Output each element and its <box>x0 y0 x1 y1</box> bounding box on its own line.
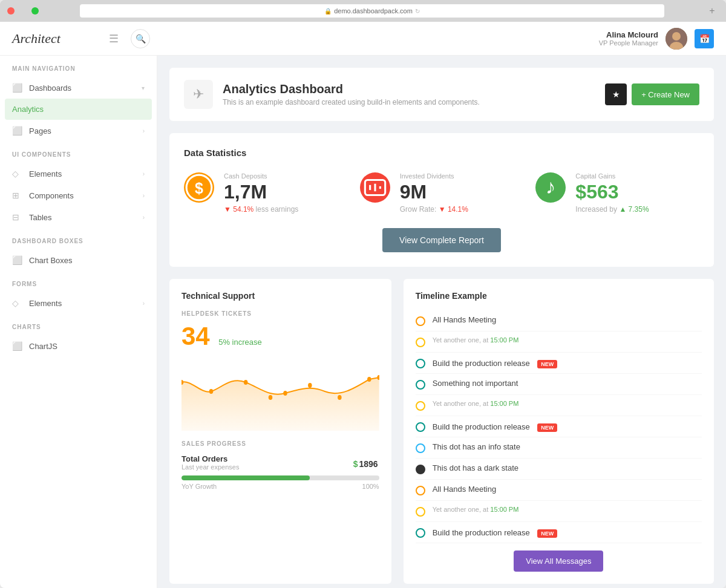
cash-footer: ▼ 54.1% less earnings <box>224 205 298 214</box>
timeline-item-2: Yet another one, at 15:00 PM <box>416 332 702 353</box>
sidebar-tables-label: Tables <box>29 213 52 222</box>
svg-point-11 <box>209 389 214 394</box>
svg-point-14 <box>283 391 287 396</box>
sidebar-item-elements[interactable]: ◇ Elements › <box>0 163 157 185</box>
sidebar-item-dashboards[interactable]: ⬜ Dashboards ▾ <box>0 77 157 99</box>
helpdesk-increase-label: increase <box>232 338 262 347</box>
timeline-dot-orange-2 <box>416 486 425 495</box>
elements-icon: ◇ <box>12 169 23 178</box>
invested-value: 9M <box>400 182 468 201</box>
timeline-dot-yellow-2 <box>416 401 425 411</box>
view-report-button[interactable]: View Complete Report <box>382 228 501 252</box>
calendar-button[interactable]: 📅 <box>695 29 714 48</box>
view-all-messages-button[interactable]: View All Messages <box>514 550 603 572</box>
capital-icon: ♪ <box>535 172 566 203</box>
header-actions: ★ + Create New <box>605 83 699 105</box>
helpdesk-pct: 5% <box>218 338 230 347</box>
pages-icon: ⬜ <box>12 126 23 136</box>
app-window: Architect ☰ 🔍 Alina Mclourd VP People Ma… <box>0 22 726 588</box>
hamburger-menu[interactable]: ☰ <box>109 32 119 45</box>
search-button[interactable]: 🔍 <box>131 29 150 48</box>
timeline-item-11: Build the production release NEW <box>416 522 702 543</box>
progress-fill <box>182 475 310 480</box>
cash-down-icon: ▼ 54.1% <box>224 205 253 214</box>
timeline-item-10: Yet another one, at 15:00 PM <box>416 501 702 522</box>
svg-point-16 <box>338 395 342 400</box>
top-header: Architect ☰ 🔍 Alina Mclourd VP People Ma… <box>0 22 726 56</box>
sidebar-components-label: Components <box>29 191 74 200</box>
user-info: Alina Mclourd VP People Manager <box>599 30 658 47</box>
content-area: ✈ Analytics Dashboard This is an example… <box>157 56 726 588</box>
ui-components-label: UI COMPONENTS <box>0 142 157 163</box>
sidebar: MAIN NAVIGATION ⬜ Dashboards ▾ Analytics… <box>0 56 157 588</box>
stats-title: Data Statistics <box>184 148 699 158</box>
svg-point-13 <box>269 395 273 400</box>
browser-titlebar: 🔒 demo.dashboardpack.com ↻ + <box>0 0 726 22</box>
helpdesk-label: HELPDESK TICKETS <box>182 310 379 317</box>
chevron-right-icon-5: › <box>143 300 145 307</box>
chevron-right-icon-3: › <box>143 192 145 199</box>
sidebar-chartboxes-label: Chart Boxes <box>29 256 73 265</box>
helpdesk-chart <box>182 358 379 431</box>
close-dot[interactable] <box>7 7 15 15</box>
svg-point-12 <box>244 380 248 385</box>
technical-support-title: Technical Support <box>182 291 379 301</box>
page-icon: ✈ <box>184 80 213 109</box>
maximize-dot[interactable] <box>31 7 39 15</box>
progress-bar <box>182 475 379 480</box>
timeline-text-9: All Hands Meeting <box>433 485 497 494</box>
cash-deposits-icon: $ <box>184 172 214 203</box>
page-title: Analytics Dashboard <box>223 82 480 96</box>
timeline-dot-dark <box>416 465 425 474</box>
orders-info: Total Orders Last year expenses <box>182 454 239 471</box>
chevron-down-icon: ▾ <box>142 85 145 91</box>
grow-rate-value: ▼ 14.1% <box>439 205 468 214</box>
sidebar-item-form-elements[interactable]: ◇ Elements › <box>0 292 157 314</box>
sidebar-item-components[interactable]: ⊞ Components › <box>0 185 157 206</box>
sidebar-item-analytics[interactable]: Analytics <box>5 99 152 120</box>
sidebar-item-pages[interactable]: ⬜ Pages › <box>0 120 157 142</box>
new-tab-button[interactable]: + <box>705 4 719 18</box>
stat-cash-deposits: $ Cash Deposits 1,7M ▼ 54.1% less earnin… <box>184 172 348 214</box>
timeline-dot-info <box>416 443 425 453</box>
timeline-text-10: Yet another one, at 15:00 PM <box>433 506 519 513</box>
invested-label: Invested Dividents <box>400 172 468 180</box>
dashboards-icon: ⬜ <box>12 83 23 93</box>
stat-capital-info: Capital Gains $563 Increased by ▲ 7.35% <box>575 172 649 214</box>
stat-cash-info: Cash Deposits 1,7M ▼ 54.1% less earnings <box>224 172 298 214</box>
timeline-item-6: Build the production release NEW <box>416 416 702 437</box>
tables-icon: ⊟ <box>12 212 23 222</box>
svg-point-15 <box>308 383 312 388</box>
yoy-label: YoY Growth <box>182 483 217 490</box>
timeline-text-11: Build the production release NEW <box>433 527 558 538</box>
sidebar-item-chart-boxes[interactable]: ⬜ Chart Boxes <box>0 249 157 271</box>
avatar <box>666 28 687 50</box>
timeline-text-1: All Hands Meeting <box>433 315 497 324</box>
sidebar-item-tables[interactable]: ⊟ Tables › <box>0 206 157 228</box>
star-button[interactable]: ★ <box>605 83 627 105</box>
sidebar-form-elements-label: Elements <box>29 299 62 308</box>
cash-label: Cash Deposits <box>224 172 298 180</box>
chevron-right-icon-2: › <box>143 171 145 177</box>
timeline-dot-orange-1 <box>416 316 425 326</box>
chartjs-icon: ⬜ <box>12 341 23 351</box>
helpdesk-increase: 5% increase <box>218 338 262 347</box>
sales-row: Total Orders Last year expenses $1896 <box>182 454 379 471</box>
minimize-dot[interactable] <box>19 7 27 15</box>
timeline-dot-yellow-1 <box>416 338 425 347</box>
sidebar-item-chartjs[interactable]: ⬜ ChartJS <box>0 335 157 357</box>
create-new-button[interactable]: + Create New <box>632 83 699 105</box>
main-nav-label: MAIN NAVIGATION <box>0 56 157 77</box>
page-header: ✈ Analytics Dashboard This is an example… <box>169 68 714 121</box>
stats-grid: $ Cash Deposits 1,7M ▼ 54.1% less earnin… <box>184 172 699 214</box>
user-name: Alina Mclourd <box>599 30 658 39</box>
sidebar-chartjs-label: ChartJS <box>29 342 57 351</box>
chevron-right-icon: › <box>143 128 145 134</box>
timeline-dot-teal-1 <box>416 359 425 368</box>
calendar-icon: 📅 <box>699 34 710 44</box>
search-icon: 🔍 <box>136 34 146 44</box>
increased-value: ▲ 7.35% <box>619 205 649 214</box>
sales-label: SALES PROGRESS <box>182 440 379 447</box>
address-bar[interactable]: 🔒 demo.dashboardpack.com ↻ <box>80 4 664 18</box>
timeline-text-8: This dot has a dark state <box>433 463 518 472</box>
